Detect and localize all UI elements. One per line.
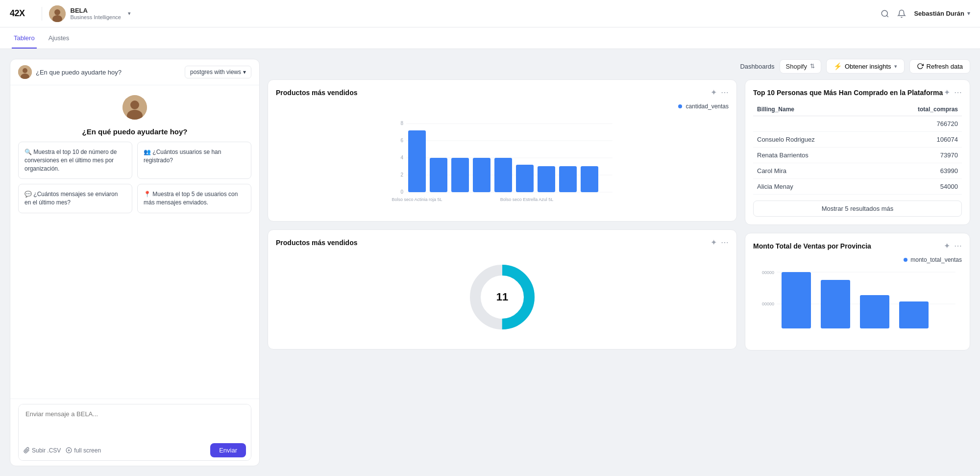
tab-tablero[interactable]: Tablero (12, 34, 37, 49)
shopify-selector[interactable]: Shopify ⇅ (780, 59, 821, 74)
svg-rect-24 (408, 130, 426, 192)
donut-more-button[interactable]: ⋯ (721, 238, 729, 247)
donut-chart-title: Productos más vendidos (276, 239, 357, 247)
fullscreen-button[interactable]: full screen (66, 447, 101, 454)
refresh-label: Refresh data (927, 63, 963, 70)
svg-rect-27 (473, 158, 490, 192)
table-row: Alicia Menay 54000 (753, 179, 962, 195)
insights-button[interactable]: ⚡ Obtener insights ▾ (826, 59, 905, 74)
donut-sparkle-button[interactable]: ✦ (710, 238, 717, 247)
svg-rect-43 (821, 280, 850, 328)
province-chart-title: Monto Total de Ventas por Provincia (753, 242, 871, 250)
bell-button[interactable] (897, 9, 906, 18)
province-sparkle-button[interactable]: ✦ (944, 241, 950, 251)
top-buyers-sparkle-button[interactable]: ✦ (944, 88, 950, 97)
table-row: Renata Barrientos 73970 (753, 148, 962, 163)
col-billing-header: Billing_Name (753, 103, 874, 116)
upload-csv-button[interactable]: Subir .CSV (24, 447, 61, 454)
suggestion-usuarios[interactable]: 👥 ¿Cuántos usuarios se han registrado? (137, 142, 251, 179)
donut-chart-header: Productos más vendidos ✦ ⋯ (276, 238, 729, 247)
bar-chart-actions: ✦ ⋯ (710, 88, 729, 97)
suggestion-icon-0: 🔍 (24, 149, 33, 155)
svg-rect-31 (559, 166, 577, 192)
top-buyers-more-button[interactable]: ⋯ (954, 88, 962, 97)
brand-selector[interactable]: BELA Business Intelligence ▾ (49, 5, 131, 22)
svg-rect-29 (516, 165, 534, 192)
app-logo: 42X (10, 8, 25, 19)
suggestion-text-3: Muestra el top 5 de usuarios con más men… (144, 191, 238, 206)
suggestion-text-1: ¿Cuántos usuarios se han registrado? (144, 149, 221, 164)
left-panel-content: ¿En qué puedo ayudarte hoy? 🔍 Muestra el… (10, 85, 259, 399)
table-row: Carol Mira 63990 (753, 163, 962, 179)
dashboard-toolbar: Dashboards Shopify ⇅ ⚡ Obtener insights … (268, 59, 970, 74)
bar-chart-more-button[interactable]: ⋯ (721, 88, 729, 97)
suggestion-text-0: Muestra el top 10 de número de conversio… (24, 149, 117, 172)
svg-point-3 (882, 10, 888, 16)
search-button[interactable] (881, 9, 889, 18)
shopify-arrows-icon: ⇅ (810, 63, 815, 70)
db-selector[interactable]: postgres with views ▾ (185, 66, 251, 78)
buyer-total-0: 766720 (874, 116, 962, 132)
suggestion-top5[interactable]: 📍 Muestra el top 5 de usuarios con más m… (137, 184, 251, 213)
svg-text:00000: 00000 (762, 270, 774, 275)
send-button[interactable]: Enviar (210, 443, 246, 457)
show-more-button[interactable]: Mostrar 5 resultados más (753, 200, 962, 217)
buyer-total-3: 63990 (874, 163, 962, 179)
suggestion-conversiones[interactable]: 🔍 Muestra el top 10 de número de convers… (18, 142, 132, 179)
user-name: Sebastián Durán (914, 10, 964, 17)
top-buyers-title: Top 10 Personas que Más Han Comprado en … (753, 89, 943, 97)
svg-rect-42 (782, 272, 811, 328)
brand-chevron-icon: ▾ (128, 10, 131, 17)
province-chart-actions: ✦ ⋯ (944, 241, 962, 251)
buyer-name-0 (753, 116, 874, 132)
fullscreen-label: full screen (74, 447, 101, 454)
svg-text:Bolso seco Estrella Azul 5L: Bolso seco Estrella Azul 5L (500, 197, 554, 202)
svg-rect-25 (430, 158, 447, 192)
province-more-button[interactable]: ⋯ (954, 241, 962, 251)
svg-line-4 (887, 15, 888, 17)
bar-legend-label: cantidad_ventas (686, 103, 729, 110)
buyer-name-2: Renata Barrientos (753, 148, 874, 163)
svg-text:11: 11 (496, 291, 508, 303)
db-chevron-icon: ▾ (243, 69, 246, 75)
db-selector-label: postgres with views (190, 69, 241, 75)
main-area: ¿En que puedo ayudarte hoy? postgres wit… (0, 49, 980, 476)
top-buyers-header: Top 10 Personas que Más Han Comprado en … (753, 88, 962, 97)
panel-avatar (18, 65, 32, 79)
shopify-label: Shopify (786, 63, 807, 70)
svg-text:2: 2 (400, 172, 403, 177)
brand-name: BELA (71, 7, 121, 14)
svg-text:0: 0 (400, 189, 403, 195)
province-legend-dot (904, 258, 907, 262)
suggestion-icon-3: 📍 (144, 191, 152, 198)
header-question-text: ¿En que puedo ayudarte hoy? (36, 69, 122, 76)
message-input-area: Subir .CSV full screen Enviar (18, 404, 251, 461)
suggestion-icon-1: 👥 (144, 149, 152, 155)
bar-chart-card: Productos más vendidos ✦ ⋯ cantidad_vent… (268, 79, 737, 222)
top-buyers-table: Billing_Name total_compras 766720 Consue… (753, 103, 962, 195)
bolt-icon: ⚡ (833, 62, 842, 70)
refresh-button[interactable]: Refresh data (909, 59, 970, 74)
svg-text:Bolso seco Actinia roja 5L: Bolso seco Actinia roja 5L (392, 197, 442, 202)
svg-rect-30 (538, 166, 555, 192)
donut-svg: 11 (463, 258, 541, 336)
center-avatar (122, 95, 147, 120)
svg-text:6: 6 (400, 138, 403, 143)
message-textarea[interactable] (19, 404, 251, 439)
tab-ajustes[interactable]: Ajustes (47, 34, 72, 49)
svg-point-9 (130, 100, 139, 109)
bar-chart-sparkle-button[interactable]: ✦ (710, 88, 717, 97)
brand-info: BELA Business Intelligence (71, 7, 121, 20)
suggestion-mensajes[interactable]: 💬 ¿Cuántos mensajes se enviaron en el úl… (18, 184, 132, 213)
charts-area: Productos más vendidos ✦ ⋯ cantidad_vent… (268, 79, 970, 466)
svg-rect-28 (494, 158, 512, 192)
bar-legend-dot (678, 104, 682, 108)
suggestion-icon-2: 💬 (24, 191, 33, 198)
svg-text:4: 4 (400, 155, 403, 160)
user-menu[interactable]: Sebastián Durán ▾ (914, 10, 970, 17)
table-row: 766720 (753, 116, 962, 132)
svg-text:00000: 00000 (762, 301, 774, 306)
buyer-name-1: Consuelo Rodriguez (753, 132, 874, 148)
bar-chart-header: Productos más vendidos ✦ ⋯ (276, 88, 729, 97)
right-area: Dashboards Shopify ⇅ ⚡ Obtener insights … (268, 59, 970, 466)
